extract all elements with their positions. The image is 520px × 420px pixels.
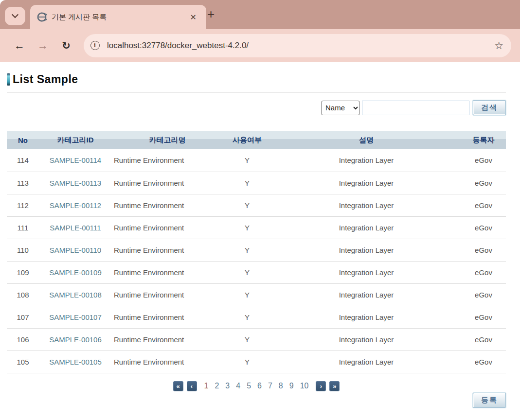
back-button[interactable]: ← bbox=[10, 36, 29, 55]
cell-use: Y bbox=[223, 328, 271, 350]
register-button[interactable]: 등록 bbox=[473, 393, 506, 408]
cell-desc: Integration Layer bbox=[271, 149, 461, 172]
cell-reg: eGov bbox=[461, 328, 506, 350]
category-id-link[interactable]: SAMPLE-00105 bbox=[49, 358, 102, 366]
tab-close-icon[interactable]: ✕ bbox=[187, 12, 199, 23]
category-id-link[interactable]: SAMPLE-00109 bbox=[49, 268, 102, 277]
cell-reg: eGov bbox=[461, 216, 506, 239]
cell-use: Y bbox=[223, 194, 271, 216]
page-number[interactable]: 6 bbox=[256, 382, 263, 390]
next-page-button[interactable]: › bbox=[316, 381, 326, 391]
cell-id: SAMPLE-00112 bbox=[39, 194, 112, 216]
cell-name: Runtime Environment bbox=[112, 149, 223, 172]
cell-desc: Integration Layer bbox=[271, 194, 461, 216]
cell-name: Runtime Environment bbox=[112, 328, 223, 350]
reload-button[interactable]: ↻ bbox=[56, 36, 76, 55]
cell-desc: Integration Layer bbox=[271, 306, 461, 328]
page-number[interactable]: 8 bbox=[278, 382, 284, 390]
address-bar[interactable]: i localhost:32778/docker_webtest-4.2.0/ … bbox=[84, 34, 511, 57]
cell-id: SAMPLE-00109 bbox=[39, 261, 112, 283]
page-number[interactable]: 3 bbox=[224, 382, 231, 390]
site-info-button[interactable]: i bbox=[88, 38, 102, 53]
cell-name: Runtime Environment bbox=[112, 216, 223, 239]
table-row: 113SAMPLE-00113Runtime EnvironmentYInteg… bbox=[7, 172, 506, 194]
table-row: 111SAMPLE-00111Runtime EnvironmentYInteg… bbox=[7, 216, 506, 239]
cell-use: Y bbox=[223, 149, 271, 172]
page-number[interactable]: 5 bbox=[246, 382, 252, 390]
cell-id: SAMPLE-00108 bbox=[39, 283, 112, 306]
last-page-button[interactable]: » bbox=[329, 381, 340, 391]
info-icon: i bbox=[90, 41, 100, 50]
cell-reg: eGov bbox=[461, 306, 506, 328]
table-header: No카테고리ID카테고리명사용여부설명등록자 bbox=[7, 131, 506, 149]
cell-desc: Integration Layer bbox=[271, 172, 461, 194]
cell-desc: Integration Layer bbox=[271, 283, 461, 306]
table-header-row: No카테고리ID카테고리명사용여부설명등록자 bbox=[7, 131, 506, 149]
search-condition-select[interactable]: Name bbox=[321, 101, 360, 115]
cell-no: 114 bbox=[7, 149, 39, 172]
category-id-link[interactable]: SAMPLE-00112 bbox=[50, 201, 101, 210]
cell-use: Y bbox=[223, 172, 271, 194]
cell-name: Runtime Environment bbox=[112, 283, 223, 306]
cell-use: Y bbox=[223, 283, 271, 306]
category-id-link[interactable]: SAMPLE-00107 bbox=[49, 313, 102, 321]
forward-button[interactable]: → bbox=[33, 36, 53, 55]
category-id-link[interactable]: SAMPLE-00108 bbox=[49, 291, 102, 299]
cell-id: SAMPLE-00107 bbox=[39, 306, 112, 328]
category-id-link[interactable]: SAMPLE-00114 bbox=[50, 156, 101, 164]
category-id-link[interactable]: SAMPLE-00111 bbox=[50, 224, 101, 232]
category-id-link[interactable]: SAMPLE-00113 bbox=[50, 179, 101, 187]
cell-use: Y bbox=[223, 261, 271, 283]
pagination: « ‹ 12345678910 › » bbox=[7, 381, 506, 391]
table-body: 114SAMPLE-00114Runtime EnvironmentYInteg… bbox=[7, 149, 506, 373]
cell-name: Runtime Environment bbox=[112, 261, 223, 283]
table-row: 114SAMPLE-00114Runtime EnvironmentYInteg… bbox=[7, 149, 506, 172]
cell-reg: eGov bbox=[461, 194, 506, 216]
first-page-button[interactable]: « bbox=[173, 381, 183, 391]
cell-name: Runtime Environment bbox=[112, 350, 223, 373]
category-id-link[interactable]: SAMPLE-00110 bbox=[50, 246, 101, 254]
search-button[interactable]: 검색 bbox=[473, 100, 506, 115]
column-header: 카테고리ID bbox=[39, 131, 112, 149]
prev-page-button[interactable]: ‹ bbox=[187, 381, 197, 391]
tab-title: 기본 게시판 목록 bbox=[52, 13, 182, 22]
browser-tab[interactable]: 기본 게시판 목록 ✕ bbox=[30, 5, 206, 29]
cell-id: SAMPLE-00106 bbox=[39, 328, 112, 350]
page-number[interactable]: 9 bbox=[288, 382, 295, 390]
url-text[interactable]: localhost:32778/docker_webtest-4.2.0/ bbox=[107, 41, 489, 51]
cell-desc: Integration Layer bbox=[271, 261, 461, 283]
table-row: 108SAMPLE-00108Runtime EnvironmentYInteg… bbox=[7, 283, 506, 306]
page-number[interactable]: 7 bbox=[267, 382, 273, 390]
browser-toolbar: ← → ↻ i localhost:32778/docker_webtest-4… bbox=[0, 29, 520, 62]
cell-use: Y bbox=[223, 216, 271, 239]
category-id-link[interactable]: SAMPLE-00106 bbox=[49, 335, 102, 344]
cell-use: Y bbox=[223, 306, 271, 328]
search-keyword-input[interactable] bbox=[362, 101, 469, 115]
cell-name: Runtime Environment bbox=[112, 194, 223, 216]
table-row: 109SAMPLE-00109Runtime EnvironmentYInteg… bbox=[7, 261, 506, 283]
page-number-current[interactable]: 1 bbox=[203, 382, 210, 390]
table-row: 107SAMPLE-00107Runtime EnvironmentYInteg… bbox=[7, 306, 506, 328]
page-number[interactable]: 10 bbox=[299, 382, 310, 390]
chevron-down-icon bbox=[12, 11, 18, 18]
cell-reg: eGov bbox=[461, 350, 506, 373]
page-title-row: List Sample bbox=[7, 73, 506, 86]
cell-reg: eGov bbox=[461, 172, 506, 194]
cell-id: SAMPLE-00114 bbox=[39, 149, 112, 172]
cell-name: Runtime Environment bbox=[112, 306, 223, 328]
page-number[interactable]: 4 bbox=[235, 382, 241, 390]
cell-id: SAMPLE-00110 bbox=[39, 239, 112, 261]
tab-search-button[interactable] bbox=[5, 7, 25, 25]
new-tab-button[interactable]: + bbox=[207, 8, 215, 20]
cell-no: 107 bbox=[7, 306, 39, 328]
page-number[interactable]: 2 bbox=[214, 382, 220, 390]
cell-no: 111 bbox=[7, 216, 39, 239]
title-bullet-icon bbox=[7, 73, 10, 86]
search-row: Name 검색 bbox=[7, 100, 506, 115]
column-header: 설명 bbox=[271, 131, 461, 149]
column-header: 카테고리명 bbox=[112, 131, 223, 149]
cell-desc: Integration Layer bbox=[271, 350, 461, 373]
globe-icon bbox=[37, 12, 47, 22]
cell-no: 110 bbox=[7, 239, 39, 261]
bookmark-star-icon[interactable]: ☆ bbox=[494, 40, 503, 52]
